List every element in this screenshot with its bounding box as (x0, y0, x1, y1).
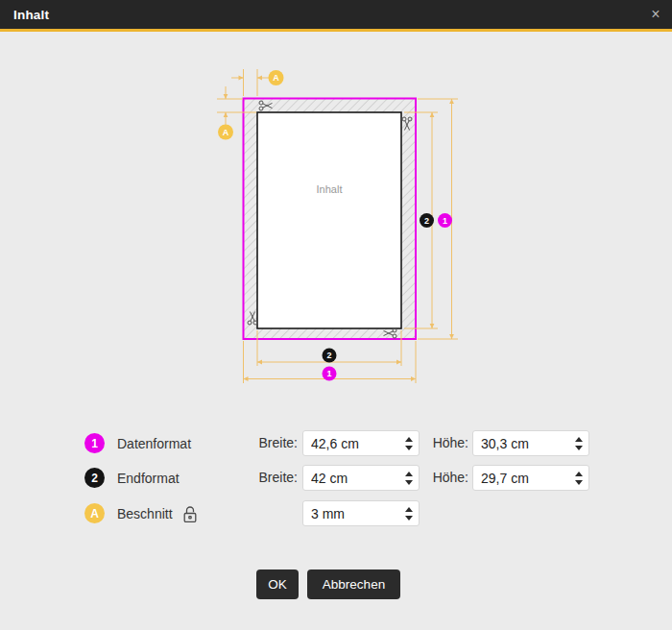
beschnitt-field[interactable] (302, 500, 420, 526)
hoehe-label: Höhe: (425, 430, 468, 456)
spinner (405, 466, 413, 490)
datenformat-width-input[interactable] (303, 431, 419, 455)
beschnitt-input[interactable] (303, 501, 419, 525)
diagram-page-label: Inhalt (317, 183, 343, 195)
endformat-badge-right: 2 (420, 213, 434, 228)
dialog-title: Inhalt (0, 8, 49, 22)
beschnitt-row: A Beschnitt (0, 500, 672, 527)
breite-label: Breite: (230, 465, 298, 491)
datenformat-row: 1 Datenformat Breite: Höhe: (0, 430, 672, 457)
svg-text:A: A (273, 73, 279, 83)
cancel-button[interactable]: Abbrechen (307, 569, 400, 599)
hoehe-label: Höhe: (425, 465, 468, 491)
spinner (575, 466, 583, 490)
spin-down-icon[interactable] (405, 516, 413, 521)
bleed-badge-top: A (269, 70, 284, 85)
datenformat-badge: 1 (84, 433, 105, 453)
lock-icon[interactable] (182, 505, 198, 523)
datenformat-label: Datenformat (117, 430, 191, 457)
datenformat-width-field[interactable] (302, 430, 420, 456)
datenformat-height-field[interactable] (472, 430, 589, 456)
ok-button[interactable]: OK (256, 569, 299, 599)
format-diagram: Inhalt (0, 0, 672, 413)
endformat-height-field[interactable] (472, 465, 589, 491)
spin-up-icon[interactable] (405, 507, 413, 512)
endformat-row: 2 Endformat Breite: Höhe: (0, 465, 672, 492)
close-icon[interactable]: × (639, 0, 672, 29)
spin-down-icon[interactable] (405, 480, 413, 485)
endformat-height-input[interactable] (473, 466, 588, 490)
datenformat-height-input[interactable] (473, 431, 588, 455)
endformat-label: Endformat (117, 465, 180, 492)
endformat-badge-bottom: 2 (323, 349, 337, 363)
spin-up-icon[interactable] (575, 472, 583, 476)
accent-divider (0, 29, 672, 32)
beschnitt-badge: A (84, 503, 105, 523)
spin-up-icon[interactable] (575, 437, 583, 442)
spinner (575, 431, 583, 455)
spin-down-icon[interactable] (575, 480, 583, 485)
spin-up-icon[interactable] (405, 437, 413, 442)
svg-text:A: A (223, 128, 229, 137)
spinner (405, 431, 413, 455)
spin-down-icon[interactable] (575, 446, 583, 450)
dialog-titlebar: Inhalt × (0, 0, 672, 29)
spinner (405, 501, 413, 525)
svg-text:1: 1 (326, 369, 331, 378)
bleed-badge-left: A (218, 125, 233, 140)
datenformat-badge-right: 1 (438, 213, 452, 228)
spin-up-icon[interactable] (405, 472, 413, 476)
svg-text:1: 1 (443, 216, 447, 226)
endformat-badge: 2 (84, 468, 105, 488)
svg-text:2: 2 (424, 216, 429, 226)
breite-label: Breite: (230, 430, 298, 456)
beschnitt-label: Beschnitt (117, 500, 173, 527)
endformat-rect (257, 112, 401, 328)
spin-down-icon[interactable] (405, 446, 413, 450)
endformat-width-input[interactable] (303, 466, 419, 490)
svg-text:2: 2 (326, 351, 331, 360)
endformat-width-field[interactable] (302, 465, 420, 491)
datenformat-badge-bottom: 1 (323, 367, 337, 381)
